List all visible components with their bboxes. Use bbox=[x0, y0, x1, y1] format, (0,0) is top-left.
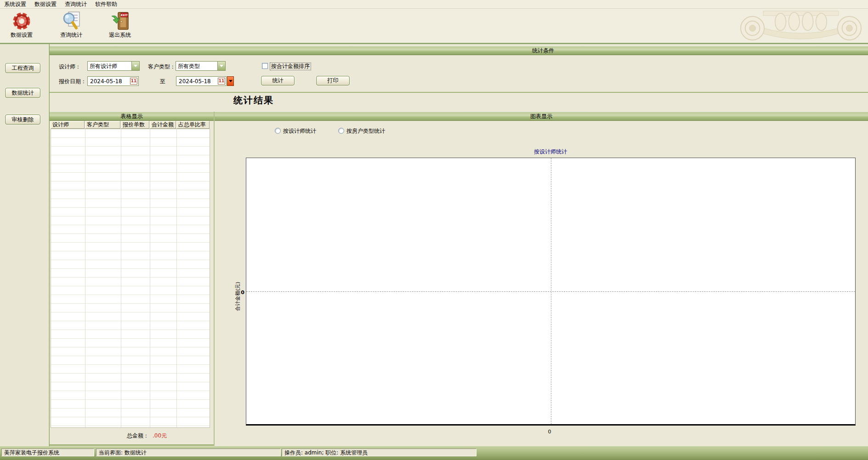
by-designer-radio-label[interactable]: 按设计师统计 bbox=[283, 128, 316, 134]
toolbar-button-label: 数据设置 bbox=[11, 32, 33, 38]
column-separator bbox=[176, 129, 177, 427]
statistics-button[interactable]: 统计 bbox=[261, 76, 295, 85]
column-separator bbox=[121, 129, 121, 427]
table-header-row: 设计师 客户类型 报价单数 合计金额 占总单比率 bbox=[51, 121, 211, 129]
total-amount-label: 总金额： bbox=[127, 432, 149, 439]
menu-data-settings[interactable]: 数据设置 bbox=[30, 0, 61, 8]
status-app-name: 美萍家装电子报价系统 bbox=[1, 449, 94, 456]
chart-title: 按设计师统计 bbox=[505, 148, 596, 156]
date-dropdown-button[interactable] bbox=[227, 76, 234, 86]
results-title: 统计结果 bbox=[208, 94, 300, 107]
sidebar-project-query-button[interactable]: 工程查询 bbox=[5, 63, 40, 73]
designer-combobox[interactable]: 所有设计师 bbox=[87, 61, 140, 71]
date-from-value: 2024-05-18 bbox=[88, 78, 130, 85]
total-amount-value: .00元 bbox=[153, 432, 167, 439]
search-document-icon bbox=[61, 11, 82, 31]
column-header-total-amount[interactable]: 合计金额 bbox=[150, 121, 176, 129]
chevron-down-icon[interactable] bbox=[217, 62, 225, 70]
date-to-field[interactable]: 2024-05-18 11 bbox=[176, 76, 227, 86]
gear-icon bbox=[11, 11, 32, 31]
y-axis-tick: 0 bbox=[235, 290, 244, 295]
toolbar-button-label: 退出系统 bbox=[109, 32, 131, 38]
panel-vertical-divider bbox=[214, 112, 215, 446]
status-bar: 美萍家装电子报价系统 当前界面: 数据统计 操作员: admin; 职位: 系统… bbox=[0, 446, 868, 460]
menu-system-settings[interactable]: 系统设置 bbox=[0, 0, 30, 8]
chart-plot-area bbox=[246, 158, 856, 426]
column-header-designer[interactable]: 设计师 bbox=[51, 121, 85, 129]
calendar-icon[interactable]: 11 bbox=[218, 78, 225, 85]
by-house-type-radio-label[interactable]: 按房户类型统计 bbox=[346, 128, 385, 134]
toolbar: 数据设置 查询统计 EXIT 退出系统 bbox=[0, 9, 868, 42]
customer-type-combobox-value: 所有类型 bbox=[176, 62, 217, 70]
column-header-quote-count[interactable]: 报价单数 bbox=[121, 121, 149, 129]
sidebar: 工程查询 数据统计 审核删除 bbox=[0, 44, 48, 446]
chart-panel-title: 图表显示 bbox=[530, 113, 552, 119]
calendar-icon[interactable]: 11 bbox=[130, 78, 137, 85]
table-panel-bottom-border bbox=[50, 444, 214, 446]
sort-by-total-checkbox-label[interactable]: 按合计金额排序 bbox=[270, 62, 311, 70]
conditions-title: 统计条件 bbox=[532, 46, 554, 55]
status-operator: 操作员: admin; 职位: 系统管理员 bbox=[282, 449, 477, 456]
customer-type-combobox[interactable]: 所有类型 bbox=[176, 61, 226, 71]
table-panel-header-bar: 表格显示 bbox=[50, 112, 214, 121]
column-separator bbox=[150, 129, 150, 427]
section-divider bbox=[50, 92, 868, 93]
exit-door-icon: EXIT bbox=[110, 11, 130, 31]
date-to-label: 至 bbox=[160, 78, 165, 85]
menu-query-statistics[interactable]: 查询统计 bbox=[61, 0, 91, 8]
date-from-field[interactable]: 2024-05-18 11 bbox=[87, 76, 139, 86]
designer-combobox-value: 所有设计师 bbox=[88, 62, 131, 70]
exit-text: EXIT bbox=[120, 13, 128, 17]
menu-bar: 系统设置 数据设置 查询统计 软件帮助 bbox=[0, 0, 868, 9]
column-capital-decoration bbox=[735, 10, 867, 41]
toolbar-exit-system-button[interactable]: EXIT 退出系统 bbox=[100, 11, 140, 41]
toolbar-query-statistics-button[interactable]: 查询统计 bbox=[51, 11, 91, 41]
status-current-view: 当前界面: 数据统计 bbox=[96, 449, 281, 456]
chart-panel-header-bar: 图表显示 bbox=[215, 112, 868, 121]
app-window: 系统设置 数据设置 查询统计 软件帮助 数据设置 bbox=[0, 0, 868, 460]
column-separator bbox=[85, 129, 85, 427]
column-header-customer-type[interactable]: 客户类型 bbox=[85, 121, 120, 129]
y-axis-label: 合计金额(元) bbox=[234, 273, 241, 319]
table-body-grid bbox=[51, 129, 210, 428]
by-house-type-radio[interactable] bbox=[338, 128, 344, 134]
menu-software-help[interactable]: 软件帮助 bbox=[91, 0, 121, 8]
customer-type-label: 客户类型： bbox=[148, 63, 176, 70]
sidebar-audit-delete-button[interactable]: 审核删除 bbox=[5, 114, 40, 125]
table-panel-title: 表格显示 bbox=[121, 113, 143, 119]
designer-label: 设计师： bbox=[59, 63, 81, 70]
print-button[interactable]: 打印 bbox=[316, 76, 350, 85]
conditions-header-bar: 统计条件 bbox=[50, 46, 868, 55]
x-axis-tick: 0 bbox=[540, 429, 559, 435]
sort-by-total-checkbox[interactable] bbox=[262, 63, 268, 69]
quote-date-label: 报价日期： bbox=[59, 78, 86, 85]
main-area: 统计条件 设计师： 所有设计师 客户类型： 所有类型 按合计金额排序 报价日期：… bbox=[50, 44, 868, 446]
by-designer-radio[interactable] bbox=[275, 128, 281, 134]
sidebar-data-statistics-button[interactable]: 数据统计 bbox=[5, 88, 40, 98]
table-total-row: 总金额：.00元 bbox=[127, 432, 167, 440]
chevron-down-icon bbox=[229, 80, 233, 84]
zero-vertical-gridline bbox=[551, 158, 551, 424]
chevron-down-icon[interactable] bbox=[131, 62, 139, 70]
toolbar-data-settings-button[interactable]: 数据设置 bbox=[2, 11, 41, 41]
toolbar-button-label: 查询统计 bbox=[60, 32, 82, 38]
date-to-value: 2024-05-18 bbox=[176, 78, 218, 85]
column-header-share-ratio[interactable]: 占总单比率 bbox=[176, 121, 210, 129]
